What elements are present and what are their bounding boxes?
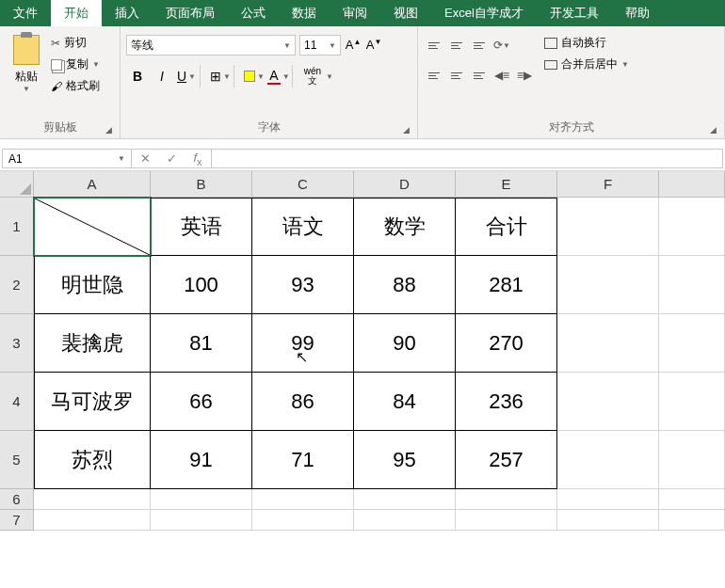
cell-f7[interactable] [557,510,659,531]
col-header-f[interactable]: F [557,171,659,198]
cell-a7[interactable] [34,510,151,531]
row-header-6[interactable]: 6 [0,489,34,510]
cell-c1[interactable]: 语文 [252,198,354,256]
align-right-button[interactable] [469,65,490,86]
align-middle-button[interactable] [446,35,467,56]
merge-center-button[interactable]: 合并后居中▼ [544,56,629,72]
phonetic-button[interactable]: wén文 [301,65,324,87]
font-size-select[interactable]: 11▼ [299,35,341,56]
tab-review[interactable]: 审阅 [330,0,380,26]
cell-c5[interactable]: 71 [252,431,354,489]
cell-g7[interactable] [659,510,725,531]
cell-f2[interactable] [557,256,659,314]
name-box[interactable]: A1▼ [2,149,132,168]
select-all-corner[interactable] [0,171,34,198]
row-header-7[interactable]: 7 [0,510,34,531]
font-launcher[interactable]: ◢ [403,125,410,135]
cut-button[interactable]: 剪切 [51,35,100,51]
tab-home[interactable]: 开始 [51,0,102,26]
italic-button[interactable]: I [151,65,173,87]
cell-e7[interactable] [456,510,557,531]
cell-a1[interactable] [34,198,151,256]
col-header-a[interactable]: A [34,171,151,198]
cell-f5[interactable] [557,431,659,489]
cell-g3[interactable] [659,314,725,373]
decrease-indent-button[interactable]: ◀≡ [491,65,512,86]
align-top-button[interactable] [424,35,444,56]
cell-e6[interactable] [456,489,557,510]
cell-d1[interactable]: 数学 [354,198,456,256]
cell-b3[interactable]: 81 [151,314,252,373]
align-center-button[interactable] [446,65,467,86]
cell-b2[interactable]: 100 [151,256,252,314]
tab-formulas[interactable]: 公式 [228,0,279,26]
tab-insert[interactable]: 插入 [102,0,153,26]
cell-d5[interactable]: 95 [354,431,456,489]
cell-c7[interactable] [252,510,354,531]
cell-e3[interactable]: 270 [456,314,557,373]
cell-b6[interactable] [151,489,252,510]
clipboard-launcher[interactable]: ◢ [105,125,112,135]
cell-b7[interactable] [151,510,252,531]
cell-g5[interactable] [659,431,725,489]
tab-developer[interactable]: 开发工具 [537,0,612,26]
formula-input[interactable] [212,149,723,168]
row-header-2[interactable]: 2 [0,256,34,314]
bold-button[interactable]: B [126,65,149,87]
increase-indent-button[interactable]: ≡▶ [514,65,535,86]
cell-e4[interactable]: 236 [456,373,557,431]
cell-d2[interactable]: 88 [354,256,456,314]
format-painter-button[interactable]: 格式刷 [51,78,100,94]
col-header-b[interactable]: B [151,171,252,198]
row-header-1[interactable]: 1 [0,198,34,256]
cell-d6[interactable] [354,489,456,510]
cell-d4[interactable]: 84 [354,373,456,431]
cell-c2[interactable]: 93 [252,256,354,314]
tab-view[interactable]: 视图 [380,0,431,26]
wrap-text-button[interactable]: 自动换行 [544,35,629,51]
worksheet[interactable]: A B C D E F 1 英语 语文 数学 合计 2 明世隐 100 93 8… [0,171,725,531]
row-header-4[interactable]: 4 [0,373,34,431]
underline-button[interactable]: U▼ [175,65,198,87]
cell-e5[interactable]: 257 [456,431,557,489]
tab-custom[interactable]: Excel自学成才 [431,0,537,26]
font-name-select[interactable]: 等线▼ [126,35,296,56]
col-header-c[interactable]: C [252,171,354,198]
paste-dropdown[interactable]: ▼ [23,85,30,93]
tab-pagelayout[interactable]: 页面布局 [153,0,228,26]
align-left-button[interactable] [424,65,444,86]
fx-button[interactable]: fx [185,151,211,167]
cell-g1[interactable] [659,198,725,256]
cell-a3[interactable]: 裴擒虎 [34,314,151,373]
cell-a5[interactable]: 苏烈 [34,431,151,489]
cell-g6[interactable] [659,489,725,510]
cell-f4[interactable] [557,373,659,431]
paste-button[interactable]: 粘贴 [15,69,38,85]
border-button[interactable]: ⊞▼ [209,65,232,87]
tab-data[interactable]: 数据 [279,0,330,26]
row-header-3[interactable]: 3 [0,314,34,373]
accept-formula-button[interactable]: ✓ [158,151,185,166]
col-header-blank[interactable] [659,171,725,198]
align-bottom-button[interactable] [469,35,490,56]
cell-f6[interactable] [557,489,659,510]
copy-button[interactable]: 复制▼ [51,56,100,72]
cell-f1[interactable] [557,198,659,256]
col-header-d[interactable]: D [354,171,456,198]
cell-e2[interactable]: 281 [456,256,557,314]
cancel-formula-button[interactable]: ✕ [132,151,158,166]
cell-g4[interactable] [659,373,725,431]
cell-d7[interactable] [354,510,456,531]
cell-b1[interactable]: 英语 [151,198,252,256]
fill-color-button[interactable]: ▼ [243,65,266,87]
font-color-button[interactable]: A▼ [267,65,290,87]
orientation-button[interactable]: ⟳▼ [491,35,512,56]
increase-font-button[interactable]: A▲ [345,38,362,52]
row-header-5[interactable]: 5 [0,431,34,489]
cell-c4[interactable]: 86 [252,373,354,431]
cell-a6[interactable] [34,489,151,510]
cell-f3[interactable] [557,314,659,373]
cell-b4[interactable]: 66 [151,373,252,431]
cell-b5[interactable]: 91 [151,431,252,489]
col-header-e[interactable]: E [456,171,557,198]
